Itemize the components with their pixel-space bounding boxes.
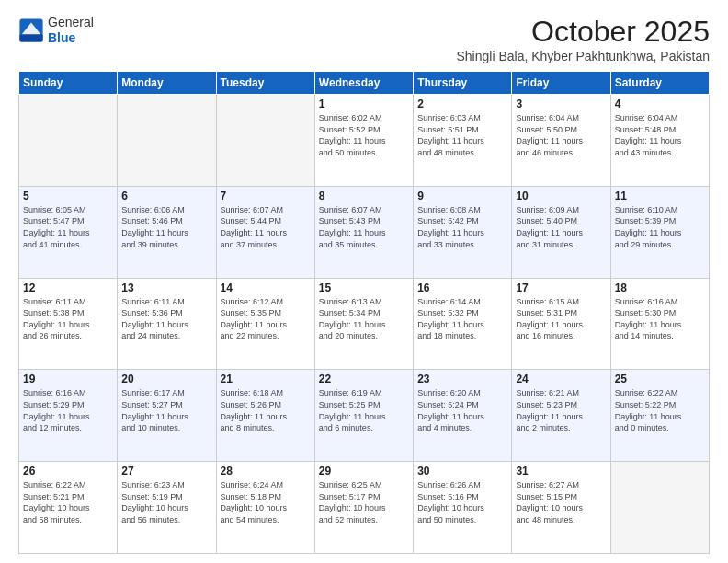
col-thursday: Thursday (414, 72, 512, 95)
day-info: Sunrise: 6:04 AM Sunset: 5:48 PM Dayligh… (615, 112, 705, 158)
day-number: 25 (615, 373, 705, 385)
day-info: Sunrise: 6:04 AM Sunset: 5:50 PM Dayligh… (516, 112, 606, 158)
day-number: 26 (23, 465, 113, 477)
logo-text: General Blue (48, 15, 94, 46)
day-cell: 24Sunrise: 6:21 AM Sunset: 5:23 PM Dayli… (512, 370, 610, 462)
day-cell: 12Sunrise: 6:11 AM Sunset: 5:38 PM Dayli… (19, 278, 118, 370)
day-cell: 25Sunrise: 6:22 AM Sunset: 5:22 PM Dayli… (610, 370, 709, 462)
day-cell: 6Sunrise: 6:06 AM Sunset: 5:46 PM Daylig… (118, 186, 216, 278)
col-saturday: Saturday (610, 72, 709, 95)
day-number: 21 (221, 373, 311, 385)
day-info: Sunrise: 6:21 AM Sunset: 5:23 PM Dayligh… (516, 387, 606, 433)
col-wednesday: Wednesday (314, 72, 413, 95)
day-cell: 30Sunrise: 6:26 AM Sunset: 5:16 PM Dayli… (414, 462, 512, 554)
day-number: 4 (615, 98, 705, 110)
day-number: 14 (221, 282, 311, 294)
calendar-body: 1Sunrise: 6:02 AM Sunset: 5:52 PM Daylig… (19, 95, 710, 554)
day-number: 12 (23, 282, 113, 294)
calendar-header: Sunday Monday Tuesday Wednesday Thursday… (19, 72, 710, 95)
day-info: Sunrise: 6:22 AM Sunset: 5:22 PM Dayligh… (615, 387, 705, 433)
day-number: 19 (23, 373, 113, 385)
day-number: 23 (417, 373, 507, 385)
day-cell: 23Sunrise: 6:20 AM Sunset: 5:24 PM Dayli… (414, 370, 512, 462)
day-number: 16 (417, 282, 507, 294)
day-cell: 5Sunrise: 6:05 AM Sunset: 5:47 PM Daylig… (19, 186, 118, 278)
day-info: Sunrise: 6:11 AM Sunset: 5:36 PM Dayligh… (121, 296, 211, 342)
day-info: Sunrise: 6:20 AM Sunset: 5:24 PM Dayligh… (417, 387, 507, 433)
day-cell: 27Sunrise: 6:23 AM Sunset: 5:19 PM Dayli… (118, 462, 216, 554)
day-cell: 11Sunrise: 6:10 AM Sunset: 5:39 PM Dayli… (610, 186, 709, 278)
day-cell: 4Sunrise: 6:04 AM Sunset: 5:48 PM Daylig… (610, 95, 709, 187)
day-number: 15 (319, 282, 409, 294)
day-info: Sunrise: 6:16 AM Sunset: 5:30 PM Dayligh… (615, 296, 705, 342)
day-number: 8 (319, 190, 409, 202)
day-number: 20 (121, 373, 211, 385)
week-row-3: 12Sunrise: 6:11 AM Sunset: 5:38 PM Dayli… (19, 278, 710, 370)
day-info: Sunrise: 6:24 AM Sunset: 5:18 PM Dayligh… (221, 479, 311, 525)
day-cell: 2Sunrise: 6:03 AM Sunset: 5:51 PM Daylig… (414, 95, 512, 187)
calendar: Sunday Monday Tuesday Wednesday Thursday… (18, 71, 710, 554)
day-number: 5 (23, 190, 113, 202)
day-info: Sunrise: 6:18 AM Sunset: 5:26 PM Dayligh… (221, 387, 311, 433)
day-cell: 17Sunrise: 6:15 AM Sunset: 5:31 PM Dayli… (512, 278, 610, 370)
day-cell: 15Sunrise: 6:13 AM Sunset: 5:34 PM Dayli… (314, 278, 413, 370)
day-info: Sunrise: 6:19 AM Sunset: 5:25 PM Dayligh… (319, 387, 409, 433)
day-info: Sunrise: 6:10 AM Sunset: 5:39 PM Dayligh… (615, 204, 705, 250)
day-number: 11 (615, 190, 705, 202)
month-title: October 2025 (457, 15, 711, 49)
logo-icon (18, 17, 44, 43)
day-info: Sunrise: 6:14 AM Sunset: 5:32 PM Dayligh… (417, 296, 507, 342)
day-cell: 28Sunrise: 6:24 AM Sunset: 5:18 PM Dayli… (216, 462, 314, 554)
day-cell: 7Sunrise: 6:07 AM Sunset: 5:44 PM Daylig… (216, 186, 314, 278)
day-cell: 14Sunrise: 6:12 AM Sunset: 5:35 PM Dayli… (216, 278, 314, 370)
day-info: Sunrise: 6:02 AM Sunset: 5:52 PM Dayligh… (319, 112, 409, 158)
day-info: Sunrise: 6:11 AM Sunset: 5:38 PM Dayligh… (23, 296, 113, 342)
day-cell: 19Sunrise: 6:16 AM Sunset: 5:29 PM Dayli… (19, 370, 118, 462)
day-info: Sunrise: 6:23 AM Sunset: 5:19 PM Dayligh… (121, 479, 211, 525)
day-cell (118, 95, 216, 187)
day-cell: 8Sunrise: 6:07 AM Sunset: 5:43 PM Daylig… (314, 186, 413, 278)
day-number: 7 (221, 190, 311, 202)
day-cell: 31Sunrise: 6:27 AM Sunset: 5:15 PM Dayli… (512, 462, 610, 554)
day-number: 28 (221, 465, 311, 477)
week-row-5: 26Sunrise: 6:22 AM Sunset: 5:21 PM Dayli… (19, 462, 710, 554)
day-cell: 18Sunrise: 6:16 AM Sunset: 5:30 PM Dayli… (610, 278, 709, 370)
day-info: Sunrise: 6:06 AM Sunset: 5:46 PM Dayligh… (121, 204, 211, 250)
col-friday: Friday (512, 72, 610, 95)
day-cell (19, 95, 118, 187)
day-number: 10 (516, 190, 606, 202)
day-info: Sunrise: 6:13 AM Sunset: 5:34 PM Dayligh… (319, 296, 409, 342)
day-cell (216, 95, 314, 187)
day-number: 9 (417, 190, 507, 202)
day-cell: 26Sunrise: 6:22 AM Sunset: 5:21 PM Dayli… (19, 462, 118, 554)
day-number: 24 (516, 373, 606, 385)
day-info: Sunrise: 6:22 AM Sunset: 5:21 PM Dayligh… (23, 479, 113, 525)
title-block: October 2025 Shingli Bala, Khyber Pakhtu… (457, 15, 711, 63)
day-cell: 10Sunrise: 6:09 AM Sunset: 5:40 PM Dayli… (512, 186, 610, 278)
day-info: Sunrise: 6:08 AM Sunset: 5:42 PM Dayligh… (417, 204, 507, 250)
col-monday: Monday (118, 72, 216, 95)
day-number: 18 (615, 282, 705, 294)
day-cell: 13Sunrise: 6:11 AM Sunset: 5:36 PM Dayli… (118, 278, 216, 370)
day-cell: 20Sunrise: 6:17 AM Sunset: 5:27 PM Dayli… (118, 370, 216, 462)
page: General Blue October 2025 Shingli Bala, … (0, 0, 728, 563)
day-number: 17 (516, 282, 606, 294)
day-info: Sunrise: 6:15 AM Sunset: 5:31 PM Dayligh… (516, 296, 606, 342)
day-number: 29 (319, 465, 409, 477)
day-info: Sunrise: 6:09 AM Sunset: 5:40 PM Dayligh… (516, 204, 606, 250)
day-info: Sunrise: 6:07 AM Sunset: 5:43 PM Dayligh… (319, 204, 409, 250)
day-cell (610, 462, 709, 554)
week-row-4: 19Sunrise: 6:16 AM Sunset: 5:29 PM Dayli… (19, 370, 710, 462)
week-row-2: 5Sunrise: 6:05 AM Sunset: 5:47 PM Daylig… (19, 186, 710, 278)
day-number: 3 (516, 98, 606, 110)
day-info: Sunrise: 6:05 AM Sunset: 5:47 PM Dayligh… (23, 204, 113, 250)
day-cell: 1Sunrise: 6:02 AM Sunset: 5:52 PM Daylig… (314, 95, 413, 187)
day-cell: 29Sunrise: 6:25 AM Sunset: 5:17 PM Dayli… (314, 462, 413, 554)
logo-general: General (48, 15, 94, 30)
day-cell: 3Sunrise: 6:04 AM Sunset: 5:50 PM Daylig… (512, 95, 610, 187)
logo: General Blue (18, 15, 94, 46)
day-info: Sunrise: 6:12 AM Sunset: 5:35 PM Dayligh… (221, 296, 311, 342)
day-cell: 16Sunrise: 6:14 AM Sunset: 5:32 PM Dayli… (414, 278, 512, 370)
day-number: 22 (319, 373, 409, 385)
header: General Blue October 2025 Shingli Bala, … (18, 15, 710, 63)
